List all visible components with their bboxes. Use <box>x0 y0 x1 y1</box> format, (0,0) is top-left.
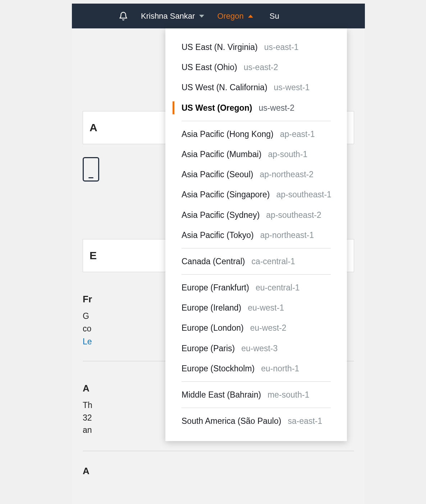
region-code: ap-east-1 <box>280 128 315 140</box>
page-frame: Krishna Sankar Oregon Su A E Fr G co Le … <box>72 4 365 504</box>
divider <box>83 451 354 451</box>
region-item[interactable]: Asia Pacific (Tokyo)ap-northeast-1 <box>165 225 347 245</box>
region-name: Asia Pacific (Hong Kong) <box>182 128 274 140</box>
region-item[interactable]: US East (N. Virginia)us-east-1 <box>165 37 347 57</box>
region-item[interactable]: US West (N. California)us-west-1 <box>165 77 347 97</box>
region-code: me-south-1 <box>267 389 309 400</box>
region-name: Canada (Central) <box>182 256 245 267</box>
region-group-divider <box>182 408 331 408</box>
region-name: US East (Ohio) <box>182 61 237 73</box>
region-name: Asia Pacific (Seoul) <box>182 169 253 180</box>
notifications-icon[interactable] <box>119 11 128 22</box>
region-item[interactable]: Europe (Ireland)eu-west-1 <box>165 298 347 318</box>
region-code: eu-west-3 <box>241 343 278 354</box>
chevron-down-icon <box>199 15 204 18</box>
region-item[interactable]: Asia Pacific (Sydney)ap-southeast-2 <box>165 205 347 225</box>
mobile-device-icon <box>83 157 99 182</box>
region-code: eu-north-1 <box>261 363 299 374</box>
region-group-divider <box>182 274 331 275</box>
region-name: Asia Pacific (Sydney) <box>182 209 260 221</box>
region-name: US West (N. California) <box>182 82 267 93</box>
support-menu[interactable]: Su <box>270 12 279 21</box>
region-item[interactable]: Middle East (Bahrain)me-south-1 <box>165 385 347 405</box>
region-code: us-west-2 <box>258 102 294 114</box>
region-code: ca-central-1 <box>251 256 295 267</box>
region-name: Europe (London) <box>182 322 244 334</box>
account-label: Krishna Sankar <box>141 12 195 21</box>
region-code: ap-southeast-1 <box>276 189 331 200</box>
region-item[interactable]: Asia Pacific (Seoul)ap-northeast-2 <box>165 164 347 184</box>
region-group-divider <box>182 121 331 121</box>
region-name: Europe (Ireland) <box>182 302 241 313</box>
region-name: Europe (Stockholm) <box>182 363 255 374</box>
region-label: Oregon <box>217 12 243 21</box>
region-code: eu-west-1 <box>248 302 284 313</box>
region-item[interactable]: US East (Ohio)us-east-2 <box>165 57 347 77</box>
region-name: US East (N. Virginia) <box>182 41 258 53</box>
region-menu[interactable]: Oregon <box>217 12 253 21</box>
region-name: Asia Pacific (Mumbai) <box>182 148 261 160</box>
account-menu[interactable]: Krishna Sankar <box>141 12 204 21</box>
region-name: Europe (Frankfurt) <box>182 282 249 293</box>
region-code: eu-central-1 <box>256 282 300 293</box>
heading-3: A <box>83 466 354 477</box>
topbar: Krishna Sankar Oregon Su <box>72 4 365 28</box>
region-code: us-east-1 <box>264 41 299 53</box>
region-item[interactable]: Canada (Central)ca-central-1 <box>165 251 347 271</box>
region-name: Middle East (Bahrain) <box>182 389 261 400</box>
region-code: ap-southeast-2 <box>266 209 321 221</box>
region-name: Europe (Paris) <box>182 343 235 354</box>
region-item[interactable]: Europe (London)eu-west-2 <box>165 318 347 338</box>
region-group-divider <box>182 248 331 248</box>
region-name: Asia Pacific (Tokyo) <box>182 229 254 241</box>
region-item[interactable]: Asia Pacific (Mumbai)ap-south-1 <box>165 144 347 164</box>
region-name: South America (São Paulo) <box>182 415 281 427</box>
region-item[interactable]: Europe (Paris)eu-west-3 <box>165 338 347 358</box>
panel-2-title: E <box>90 249 97 261</box>
region-item[interactable]: Asia Pacific (Hong Kong)ap-east-1 <box>165 124 347 144</box>
region-item[interactable]: Europe (Stockholm)eu-north-1 <box>165 358 347 379</box>
region-code: us-west-1 <box>274 82 310 93</box>
region-code: ap-northeast-1 <box>260 229 314 241</box>
region-code: us-east-2 <box>244 61 278 73</box>
region-name: US West (Oregon) <box>182 102 252 114</box>
region-code: sa-east-1 <box>288 415 322 427</box>
region-dropdown: US East (N. Virginia)us-east-1US East (O… <box>165 28 347 441</box>
region-code: ap-northeast-2 <box>260 169 313 180</box>
panel-1-title: A <box>90 122 97 133</box>
chevron-up-icon <box>248 15 253 18</box>
region-group-divider <box>182 381 331 382</box>
region-item[interactable]: South America (São Paulo)sa-east-1 <box>165 411 347 431</box>
region-item[interactable]: Europe (Frankfurt)eu-central-1 <box>165 278 347 298</box>
region-code: eu-west-2 <box>250 322 287 334</box>
region-item[interactable]: Asia Pacific (Singapore)ap-southeast-1 <box>165 184 347 205</box>
region-code: ap-south-1 <box>268 148 307 160</box>
support-label: Su <box>270 12 279 20</box>
region-item[interactable]: US West (Oregon)us-west-2 <box>165 98 347 118</box>
region-name: Asia Pacific (Singapore) <box>182 189 270 200</box>
